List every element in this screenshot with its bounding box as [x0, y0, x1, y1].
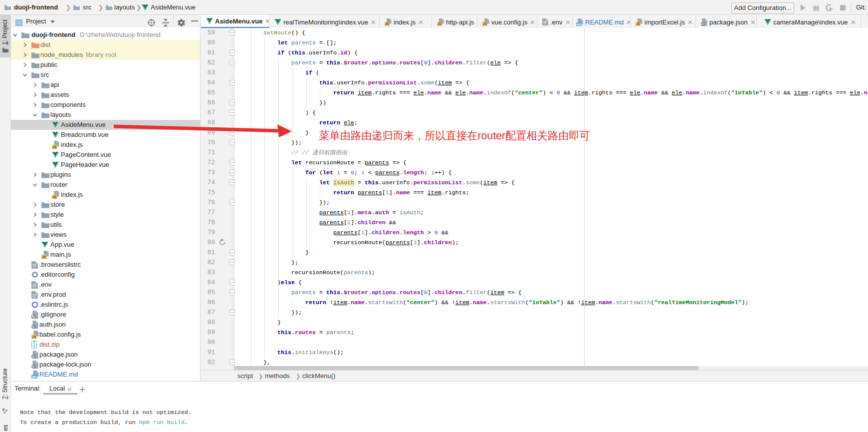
- svg-text:JS: JS: [52, 145, 57, 149]
- svg-text:JS: JS: [636, 22, 641, 25]
- svg-text:JS: JS: [437, 22, 442, 25]
- svg-text:MD: MD: [577, 22, 581, 25]
- svg-text:JS: JS: [32, 335, 36, 339]
- svg-text:JS: JS: [52, 195, 57, 199]
- svg-text:JS: JS: [483, 22, 487, 25]
- svg-text:JS: JS: [42, 255, 46, 259]
- svg-text:JS: JS: [385, 22, 390, 25]
- svg-text:MD: MD: [32, 375, 37, 379]
